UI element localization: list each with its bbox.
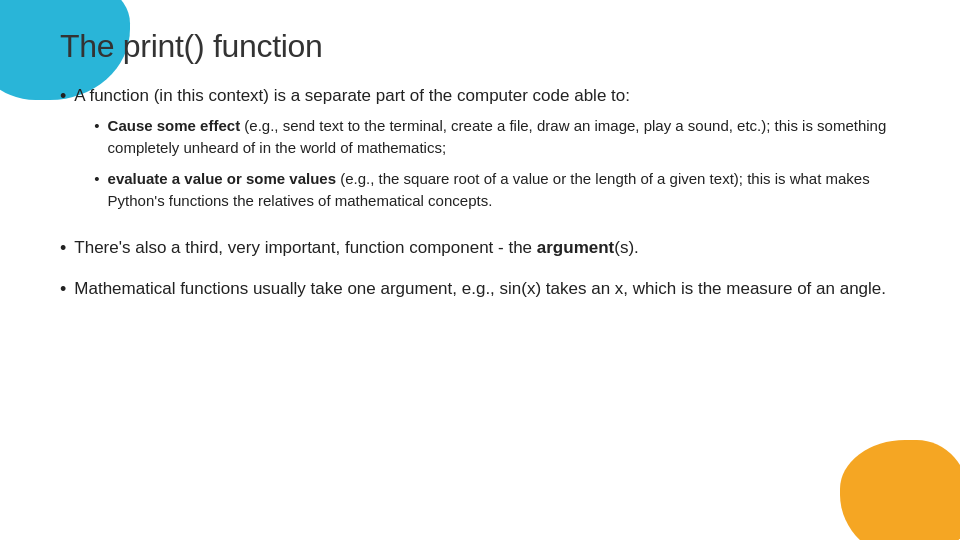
bullet-item-3: Mathematical functions usually take one … (60, 276, 900, 303)
sub-bullet-1-bold: Cause some effect (108, 117, 241, 134)
sub-bullet-2-text: evaluate a value or some values (e.g., t… (108, 168, 900, 213)
sub-bullet-2: evaluate a value or some values (e.g., t… (94, 168, 900, 213)
bullet-3-text: Mathematical functions usually take one … (74, 276, 900, 302)
bullet-2-bold: argument (537, 238, 614, 257)
slide-content: The print() function A function (in this… (0, 0, 960, 345)
bullet-item-1: A function (in this context) is a separa… (60, 83, 900, 221)
sub-bullet-1-text: Cause some effect (e.g., send text to th… (108, 115, 900, 160)
slide-title: The print() function (60, 28, 900, 65)
decoration-blob-bottom-right (840, 440, 960, 540)
sub-bullet-1: Cause some effect (e.g., send text to th… (94, 115, 900, 160)
sub-bullet-2-bold: evaluate a value or some values (108, 170, 336, 187)
bullet-item-2: There's also a third, very important, fu… (60, 235, 900, 262)
bullet-1-text: A function (in this context) is a separa… (74, 83, 900, 221)
main-bullet-list: A function (in this context) is a separa… (60, 83, 900, 303)
bullet-2-text: There's also a third, very important, fu… (74, 235, 900, 261)
sub-bullet-list-1: Cause some effect (e.g., send text to th… (74, 115, 900, 213)
